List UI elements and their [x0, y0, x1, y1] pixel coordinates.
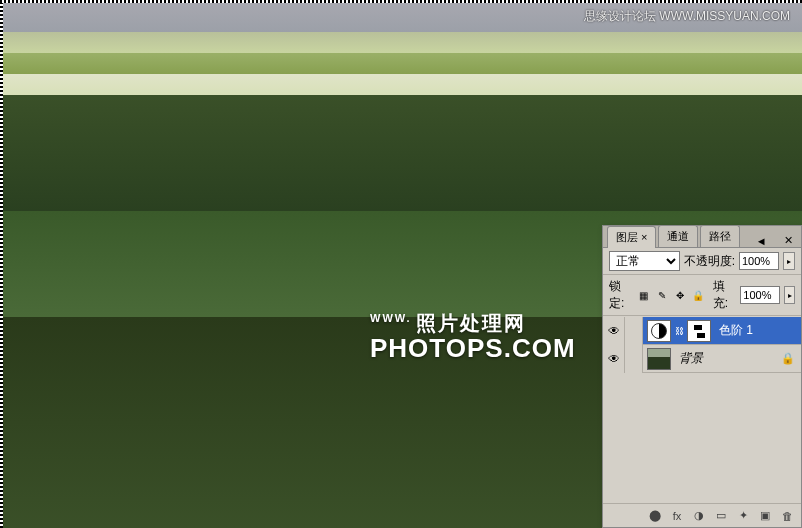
link-column[interactable] [625, 345, 643, 373]
blend-row: 正常 不透明度: ▸ [603, 248, 801, 275]
lock-position-icon[interactable]: ✥ [673, 288, 687, 302]
tab-channels[interactable]: 通道 [658, 225, 698, 247]
trash-icon[interactable]: 🗑 [777, 507, 797, 525]
opacity-input[interactable] [739, 252, 779, 270]
panel-footer: ⬤ fx ◑ ▭ ✦ ▣ 🗑 [603, 503, 801, 527]
panel-menu-icon[interactable]: ◄ [752, 235, 771, 247]
tab-layers[interactable]: 图层 × [607, 226, 656, 248]
watermark-www: WWW. [370, 312, 412, 324]
layers-list: 👁 ⛓ 色阶 1 👁 背景 🔒 [603, 316, 801, 503]
fill-dropdown-icon[interactable]: ▸ [784, 286, 795, 304]
mask-new-icon[interactable]: ◑ [689, 507, 709, 525]
visibility-icon[interactable]: 👁 [603, 317, 625, 345]
watermark-en: PHOTOPS.COM [370, 333, 576, 364]
chain-icon: ⛓ [675, 326, 683, 336]
lock-label: 锁定: [609, 278, 633, 312]
layer-name[interactable]: 色阶 1 [715, 322, 801, 339]
adjustment-new-icon[interactable]: ▭ [711, 507, 731, 525]
layer-name[interactable]: 背景 [675, 350, 781, 367]
lock-row: 锁定: ▦ ✎ ✥ 🔒 填充: ▸ [603, 275, 801, 316]
fill-label: 填充: [713, 278, 737, 312]
visibility-icon[interactable]: 👁 [603, 345, 625, 373]
lock-icons-group: ▦ ✎ ✥ 🔒 [637, 288, 705, 302]
blend-mode-select[interactable]: 正常 [609, 251, 680, 271]
watermark-cn: 照片处理网 [416, 312, 526, 334]
opacity-dropdown-icon[interactable]: ▸ [783, 252, 795, 270]
lock-all-icon[interactable]: 🔒 [691, 288, 705, 302]
lock-badge-icon: 🔒 [781, 352, 795, 365]
fx-icon[interactable]: fx [667, 507, 687, 525]
image-thumb-icon[interactable] [647, 348, 671, 370]
layer-new-icon[interactable]: ▣ [755, 507, 775, 525]
link-layers-icon[interactable]: ⬤ [645, 507, 665, 525]
tab-paths[interactable]: 路径 [700, 225, 740, 247]
fill-input[interactable] [740, 286, 780, 304]
adjustment-thumb-icon[interactable] [647, 320, 671, 342]
mask-thumb-icon[interactable] [687, 320, 711, 342]
watermark-center: WWW.照片处理网 PHOTOPS.COM [370, 310, 576, 364]
layer-row-background[interactable]: 👁 背景 🔒 [603, 345, 801, 373]
link-column[interactable] [625, 317, 643, 345]
group-new-icon[interactable]: ✦ [733, 507, 753, 525]
panel-close-icon[interactable]: ✕ [780, 234, 797, 247]
opacity-label: 不透明度: [684, 253, 735, 270]
layers-panel: 图层 × 通道 路径 ◄ ✕ 正常 不透明度: ▸ 锁定: ▦ ✎ ✥ 🔒 填充… [602, 225, 802, 528]
lock-transparency-icon[interactable]: ▦ [637, 288, 651, 302]
panel-tabbar: 图层 × 通道 路径 ◄ ✕ [603, 226, 801, 248]
watermark-top: 思缘设计论坛 WWW.MISSYUAN.COM [584, 8, 790, 25]
layer-row-levels[interactable]: 👁 ⛓ 色阶 1 [603, 317, 801, 345]
lock-pixels-icon[interactable]: ✎ [655, 288, 669, 302]
